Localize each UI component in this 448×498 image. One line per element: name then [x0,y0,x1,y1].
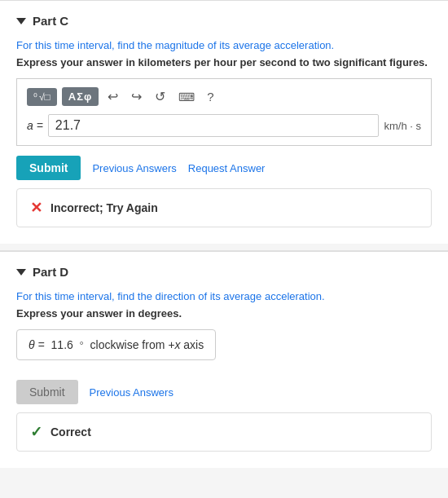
fraction-button[interactable]: ⁰ √□ [27,88,57,106]
redo-button[interactable]: ↪ [127,87,146,106]
reset-button[interactable]: ↺ [151,87,169,106]
part-d-feedback-text: Correct [51,425,91,439]
part-d-degree-symbol: ° [77,339,84,351]
part-c-instruction: For this time interval, find the magnitu… [16,39,432,51]
part-d-actions: Submit Previous Answers [16,380,432,404]
collapse-icon [16,18,26,24]
part-c-instruction-bold: Express your answer in kilometers per ho… [16,56,432,68]
correct-icon: ✓ [30,423,42,441]
formula-button[interactable]: ΑΣφ [62,87,99,106]
part-d-section: Part D For this time interval, find the … [0,251,448,468]
part-c-answer-label: a = [27,119,43,132]
undo-button[interactable]: ↩ [103,87,122,106]
part-c-section: Part C For this time interval, find the … [0,0,448,244]
part-d-answer-label: θ = [29,338,45,351]
part-c-request-answer-link[interactable]: Request Answer [188,162,266,174]
part-c-toolbar: ⁰ √□ ΑΣφ ↩ ↪ ↺ ⌨ ? [27,87,421,106]
part-c-feedback-text: Incorrect; Try Again [51,201,158,214]
part-c-title: Part C [33,14,68,28]
fraction-icon: ⁰ [33,91,37,103]
part-d-title: Part D [33,265,68,279]
part-c-answer-row: a = km/h · s [27,114,421,137]
part-d-instruction: For this time interval, find the directi… [16,290,432,302]
part-c-submit-button[interactable]: Submit [16,156,81,180]
part-c-previous-answers-link[interactable]: Previous Answers [92,162,176,174]
sqrt-icon: √□ [39,91,51,103]
help-icon: ? [207,90,213,104]
formula-label: ΑΣφ [68,90,93,103]
part-c-feedback-box: ✕ Incorrect; Try Again [16,188,432,227]
help-button[interactable]: ? [204,88,217,105]
part-d-answer-display: θ = 11.6 ° clockwise from +x axis [16,329,432,370]
keyboard-button[interactable]: ⌨ [174,88,199,106]
part-c-actions: Submit Previous Answers Request Answer [16,156,432,180]
part-c-input-box: ⁰ √□ ΑΣφ ↩ ↪ ↺ ⌨ ? a = [16,78,432,146]
part-d-input-box: θ = 11.6 ° clockwise from +x axis [16,329,216,360]
incorrect-icon: ✕ [30,199,42,217]
part-c-answer-input[interactable] [48,114,380,137]
keyboard-icon: ⌨ [178,90,195,104]
part-d-answer-value: 11.6 [48,338,73,351]
part-d-header[interactable]: Part D [16,265,432,279]
part-d-collapse-icon [16,269,26,275]
part-d-feedback-box: ✓ Correct [16,412,432,452]
redo-icon: ↪ [131,90,142,104]
part-d-answer-suffix: clockwise from +x axis [87,338,204,351]
part-d-submit-button: Submit [16,380,78,404]
part-d-instruction-bold: Express your answer in degrees. [16,307,432,320]
part-c-unit: km/h · s [384,120,421,132]
part-c-header[interactable]: Part C [16,14,432,28]
reset-icon: ↺ [155,90,165,104]
undo-icon: ↩ [108,90,118,104]
part-d-previous-answers-link[interactable]: Previous Answers [90,386,173,399]
